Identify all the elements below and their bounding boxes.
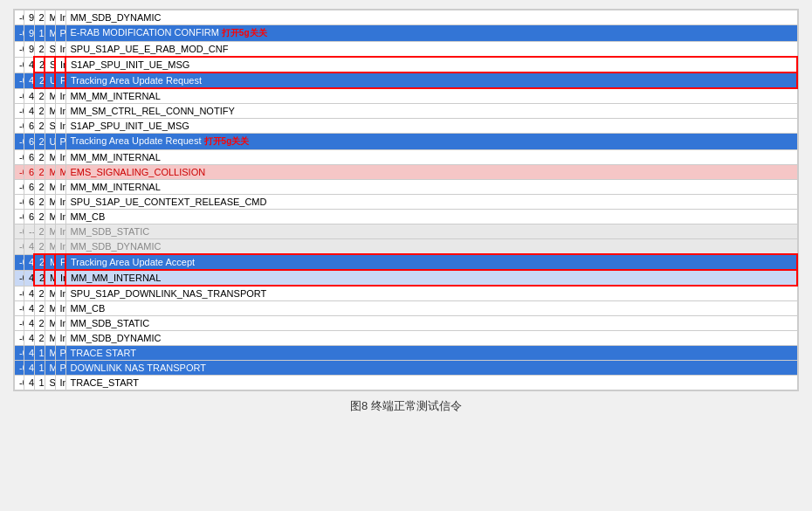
table-row: -09-05 11:31:224571:3:SGP:5MME -> eNodeB… [15, 361, 798, 376]
num-cell: 454 [24, 73, 35, 88]
time-cell: -09-05 11:31:15 [15, 195, 24, 210]
msg-cell: Tracking Area Update Request [65, 73, 797, 88]
time-cell: -09-05 11:31:22 [15, 254, 24, 270]
module-cell: 2:1:SPP:2 [34, 88, 45, 104]
table-row: -09-05 11:31:224571:3:SGP:5MME -> eNodeB… [15, 346, 798, 361]
time-cell: -09-05 11:31:15 [15, 180, 24, 195]
msg-cell: MM_SDB_STATIC [65, 224, 797, 239]
module-cell: 2:1:SPP:2 [34, 42, 45, 58]
time-cell: -09-05 11:30:58 [15, 42, 24, 58]
num-cell: 669 [24, 165, 35, 180]
module-cell: 2:1:SPP:2 [34, 119, 45, 134]
num-cell: 668 [24, 119, 35, 134]
source-cell: MM -> MM [45, 88, 55, 104]
module-cell: 2:1:SPP:2 [34, 57, 45, 73]
module-cell: 2:1:SPP:2 [34, 316, 45, 331]
num-cell: 668 [24, 134, 35, 150]
source-cell: MM -> MM [45, 270, 55, 286]
source-cell: MME -> eNodeB [45, 346, 55, 361]
time-cell: -09-05 11:31:15 [15, 119, 24, 134]
msg-cell: E-RAB MODIFICATION CONFIRM 打开5g关关 [65, 25, 797, 42]
time-cell: -09-05 11:31:09 [15, 88, 24, 104]
time-cell: -09-05 11:31:15 [15, 210, 24, 224]
num-cell: 457 [24, 376, 35, 390]
source-cell: MM -> SM [45, 104, 55, 119]
module-cell: 2:1:SPP:2 [34, 134, 45, 150]
num-cell: 669 [24, 195, 35, 210]
msg-cell: MM_SM_CTRL_REL_CONN_NOTIFY [65, 104, 797, 119]
table-row: -09-05 11:31:224582:1:SPP:2MMSDBInternal… [15, 331, 798, 346]
source-cell: MMSDB [45, 10, 55, 25]
num-cell: 457 [24, 346, 35, 361]
type-cell: Internal [55, 224, 65, 239]
table-row: -09-05 11:31:156692:1:SPP:2MMCBInternalM… [15, 210, 798, 224]
time-cell: -09-05 11:31:09 [15, 73, 24, 88]
msg-cell: SPU_S1AP_DOWNLINK_NAS_TRANSPORT [65, 286, 797, 301]
num-cell: 457 [24, 239, 35, 255]
table-row: -09-05 11:30:589222:1:SPP:2MMSDBInternal… [15, 10, 798, 25]
table-row: -09-05 11:31:224582:1:SPP:2MMCBInternalM… [15, 301, 798, 316]
num-cell: 921 [24, 25, 35, 42]
num-cell: 668 [24, 150, 35, 165]
module-cell: 2:1:SPP:2 [34, 150, 45, 165]
num-cell: 921 [24, 42, 35, 58]
module-cell: 2:1:SPP:2 [34, 239, 45, 255]
time-cell: -09-05 11:31:22 [15, 331, 24, 346]
type-cell: Protocol [55, 361, 65, 376]
time-cell: -09-05 11:30:58 [15, 25, 24, 42]
module-cell: 2:1:SPP:2 [34, 104, 45, 119]
time-cell: -09-05 11:31:22 [15, 239, 24, 255]
source-cell: S1APADP -> SCTP [45, 376, 55, 390]
type-cell: Internal [55, 316, 65, 331]
module-cell: 2:1:SPP:2 [34, 180, 45, 195]
msg-cell: MM_MM_INTERNAL [65, 180, 797, 195]
module-cell: 1:3:SGP:5 [34, 376, 45, 390]
source-cell: MM -> MM [45, 150, 55, 165]
module-cell: 2:1:SPP:2 [34, 10, 45, 25]
table-row: -09-05 11:31:224572:1:SPP:2MMSDBInternal… [15, 239, 798, 255]
source-cell: MMSDB [45, 224, 55, 239]
table-row: -09-05 11:30:589211:3:SGP:5MME -> eNodeB… [15, 25, 798, 42]
time-cell: -09-05 11:31:22 [15, 361, 24, 376]
module-cell: 2:1:SPP:2 [34, 224, 45, 239]
msg-cell: SPU_S1AP_UE_CONTEXT_RELEASE_CMD [65, 195, 797, 210]
table-row: -09-05 11:31:156682:1:SPP:2MM -> MMInter… [15, 150, 798, 165]
table-row: -09-05 11:31:156692:1:SPP:2MM -> S1APInt… [15, 195, 798, 210]
num-cell: 458 [24, 270, 35, 286]
figure-caption: 图8 终端正常测试信令 [350, 398, 462, 414]
table-row: -09-05 11:31:156692:1:SPP:2MM-EMSMainten… [15, 165, 798, 180]
time-cell: -09-05 11:31:22 [15, 346, 24, 361]
module-cell: 1:3:SGP:5 [34, 25, 45, 42]
time-cell: -09-05 11:31:22 [15, 376, 24, 390]
source-cell: S1AP -> MM [45, 119, 55, 134]
table-row: -09-05 11:30:589212:1:SPP:2S1AP -> S1APA… [15, 42, 798, 58]
source-cell: MM -> S1AP [45, 195, 55, 210]
time-cell: -09-05 11:30:58 [15, 10, 24, 25]
module-cell: 2:1:SPP:2 [34, 331, 45, 346]
time-cell: -09-05 11:31:22 [15, 301, 24, 316]
table-row: -09-05 11:31:224582:1:SPP:2MMSDBInternal… [15, 316, 798, 331]
msg-cell: MM_CB [65, 210, 797, 224]
msg-cell: MM_SDB_DYNAMIC [65, 239, 797, 255]
annotation: 打开5g关关 [222, 28, 267, 38]
source-cell: MMSDB [45, 239, 55, 255]
num-cell: 457 [24, 254, 35, 270]
module-cell: 2:1:SPP:2 [34, 254, 45, 270]
num-cell: 454 [24, 57, 35, 73]
time-cell: -09-05 11:31:15 [15, 134, 24, 150]
source-cell: MME -> eNodeB [45, 25, 55, 42]
num-cell: 922 [24, 10, 35, 25]
msg-cell: S1AP_SPU_INIT_UE_MSG [65, 119, 797, 134]
type-cell: Internal [55, 301, 65, 316]
module-cell: 2:1:SPP:2 [34, 73, 45, 88]
table-row: -09-05 11:31:156682:1:SPP:2UE -> MMEProt… [15, 134, 798, 150]
type-cell: Internal [55, 104, 65, 119]
msg-cell: MM_MM_INTERNAL [65, 270, 797, 286]
type-cell: Internal [55, 119, 65, 134]
type-cell: Internal [55, 180, 65, 195]
num-cell: 458 [24, 301, 35, 316]
source-cell: MMSDB [45, 331, 55, 346]
msg-cell: MM_MM_INTERNAL [65, 88, 797, 104]
type-cell: Internal [55, 331, 65, 346]
msg-cell: MM_SDB_DYNAMIC [65, 331, 797, 346]
